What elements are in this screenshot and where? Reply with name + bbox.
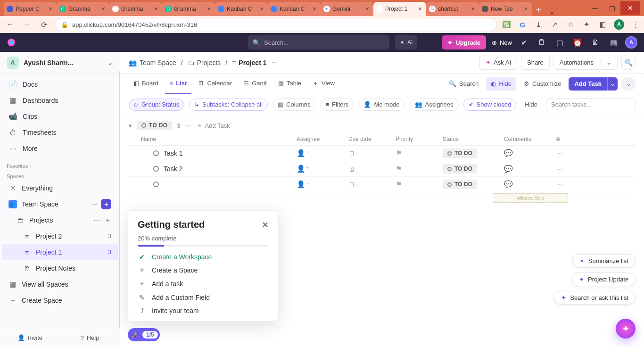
- breadcrumb-team-space[interactable]: 👥Team Space: [129, 59, 176, 66]
- ask-ai-button[interactable]: ✦Ask AI: [479, 56, 517, 70]
- close-icon[interactable]: ×: [522, 6, 529, 12]
- close-icon[interactable]: ×: [206, 6, 212, 12]
- search-tasks-input[interactable]: Search tasks...: [546, 98, 636, 111]
- add-to-space-button[interactable]: ＋: [101, 199, 111, 209]
- automations-button[interactable]: Automations⌄: [553, 56, 618, 70]
- hide-button[interactable]: ◐Hide: [486, 77, 516, 91]
- search-button[interactable]: 🔍Search: [445, 77, 482, 91]
- favorites-header[interactable]: Favorites ›: [0, 159, 120, 170]
- app-profile-avatar[interactable]: A: [625, 36, 637, 49]
- clickup-logo-icon[interactable]: [7, 38, 16, 47]
- breadcrumb-projects[interactable]: 🗀Projects: [188, 59, 221, 66]
- browser-profile[interactable]: A: [614, 19, 624, 30]
- nav-forward[interactable]: →: [21, 18, 33, 31]
- google-icon[interactable]: G: [518, 20, 527, 29]
- status-cell[interactable]: TO DO: [443, 164, 477, 174]
- new-button[interactable]: ⊕ New: [492, 35, 512, 50]
- col-priority-header[interactable]: Priority: [396, 136, 443, 142]
- install-icon[interactable]: ⤓: [534, 20, 543, 29]
- comment-icon[interactable]: 💬: [504, 180, 513, 188]
- upgrade-button[interactable]: ✦ Upgrade: [442, 35, 486, 50]
- close-icon[interactable]: ×: [417, 6, 423, 12]
- sidebar-item-dashboards[interactable]: ▦Dashboards: [2, 92, 118, 108]
- share-icon[interactable]: ↗: [550, 20, 559, 29]
- add-column-button[interactable]: ⊕: [556, 136, 575, 142]
- browser-tab[interactable]: GGramma×: [57, 2, 109, 16]
- assignees-chip[interactable]: 👥Assignees: [410, 99, 459, 111]
- ai-button[interactable]: ✦ AI: [395, 35, 417, 50]
- add-task-button[interactable]: Add Task: [569, 77, 607, 91]
- view-tab-board[interactable]: ◧Board: [129, 74, 163, 94]
- extensions-icon[interactable]: ✦: [582, 20, 591, 29]
- task-row[interactable]: 👤⁺ 🗓 ⚑ TO DO 💬 ⋯: [129, 177, 636, 192]
- columns-chip[interactable]: ▥Columns: [272, 99, 315, 111]
- alarm-icon[interactable]: ⏰: [571, 36, 584, 49]
- view-tab-table[interactable]: ▦Table: [273, 74, 306, 94]
- sidebar-item-create-space[interactable]: ＋Create Space: [2, 292, 118, 308]
- status-cell[interactable]: TO DO: [443, 149, 477, 158]
- window-minimize[interactable]: —: [586, 1, 603, 15]
- video-icon[interactable]: ▢: [553, 36, 566, 49]
- col-assignee-header[interactable]: Assignee: [297, 136, 348, 142]
- row-more-icon[interactable]: ⋯: [556, 149, 563, 157]
- task-row[interactable]: Task 2 👤⁺ 🗓 ⚑ TO DO 💬 ⋯: [129, 161, 636, 177]
- browser-tab[interactable]: New Tab×: [479, 2, 532, 16]
- browser-tab[interactable]: Kanban C×: [268, 2, 321, 16]
- more-icon[interactable]: ⋯: [93, 216, 100, 224]
- group-status-pill[interactable]: TO DO: [137, 121, 172, 130]
- clipboard-icon[interactable]: 🗒: [536, 36, 548, 49]
- more-icon[interactable]: ⋯: [91, 200, 98, 208]
- onboarding-step[interactable]: ⤴Invite your team: [138, 307, 269, 314]
- nav-reload[interactable]: ⟳: [38, 18, 50, 31]
- sidebar-item-more[interactable]: ⋯More: [2, 140, 118, 157]
- close-icon[interactable]: ×: [47, 6, 54, 12]
- assign-icon[interactable]: 👤⁺: [297, 149, 309, 157]
- col-status-header[interactable]: Status: [443, 136, 504, 142]
- col-due-header[interactable]: Due date: [348, 136, 396, 142]
- collapse-group-button[interactable]: ▾: [129, 122, 132, 129]
- help-button[interactable]: ?Help: [60, 328, 120, 347]
- browser-tab[interactable]: Gshortcut×: [426, 2, 479, 16]
- sidebar-item-project-notes[interactable]: 🗎Project Notes: [2, 260, 118, 276]
- sidebar-item-timesheets[interactable]: ⏱Timesheets: [2, 124, 118, 140]
- browser-tab[interactable]: GGramma×: [162, 2, 215, 16]
- bookmark-icon[interactable]: ☆: [566, 20, 575, 29]
- close-icon[interactable]: ×: [153, 6, 159, 12]
- onboarding-progress-pill[interactable]: 🚀 1/5: [128, 328, 160, 341]
- group-add-task-button[interactable]: ＋Add Task: [196, 121, 230, 130]
- date-icon[interactable]: 🗓: [348, 181, 355, 189]
- sidebar-item-everything[interactable]: ✳Everything: [2, 180, 118, 196]
- search-view-button[interactable]: 🔍: [621, 56, 636, 70]
- add-task-dropdown[interactable]: ⌄: [607, 77, 618, 91]
- assign-icon[interactable]: 👤⁺: [297, 165, 309, 173]
- subtasks-chip[interactable]: ↳Subtasks: Collapse all: [189, 99, 268, 111]
- sidebar-item-project1[interactable]: ≡Project 1 3: [2, 244, 118, 260]
- status-dot-icon[interactable]: [153, 166, 159, 172]
- onboarding-step[interactable]: ✎Add a Custom Field: [138, 294, 269, 301]
- browser-tab[interactable]: Kanban C×: [215, 2, 268, 16]
- sidepanel-icon[interactable]: ◧: [598, 20, 607, 29]
- invite-button[interactable]: 👤Invite: [0, 328, 60, 347]
- share-button[interactable]: Share: [521, 56, 550, 70]
- window-close[interactable]: ✕: [620, 1, 640, 15]
- row-more-icon[interactable]: ⋯: [556, 165, 563, 173]
- window-maximize[interactable]: ▢: [603, 1, 620, 15]
- hide-filters-button[interactable]: Hide: [521, 98, 541, 112]
- close-icon[interactable]: ×: [100, 6, 107, 12]
- row-more-icon[interactable]: ⋯: [556, 180, 563, 188]
- assign-icon[interactable]: 👤⁺: [297, 180, 309, 188]
- group-more-icon[interactable]: ⋯: [185, 122, 191, 129]
- translate-icon[interactable]: 🈯: [502, 20, 511, 29]
- col-comments-header[interactable]: Comments: [504, 136, 556, 142]
- browser-tab[interactable]: Pepper C×: [4, 2, 57, 16]
- breadcrumb-project[interactable]: ≡Project 1: [232, 59, 266, 66]
- close-icon[interactable]: ×: [364, 6, 371, 12]
- col-name-header[interactable]: Name: [141, 136, 297, 142]
- flag-icon[interactable]: ⚑: [396, 165, 402, 173]
- browser-tab[interactable]: Gramma×: [109, 2, 162, 16]
- sidebar-item-team-space[interactable]: 👥Team Space ⋯ ＋: [2, 196, 118, 212]
- close-icon[interactable]: ×: [311, 6, 318, 12]
- close-icon[interactable]: ×: [258, 6, 265, 12]
- tab-overflow-button[interactable]: ⌄: [545, 7, 558, 16]
- close-icon[interactable]: ×: [470, 6, 476, 12]
